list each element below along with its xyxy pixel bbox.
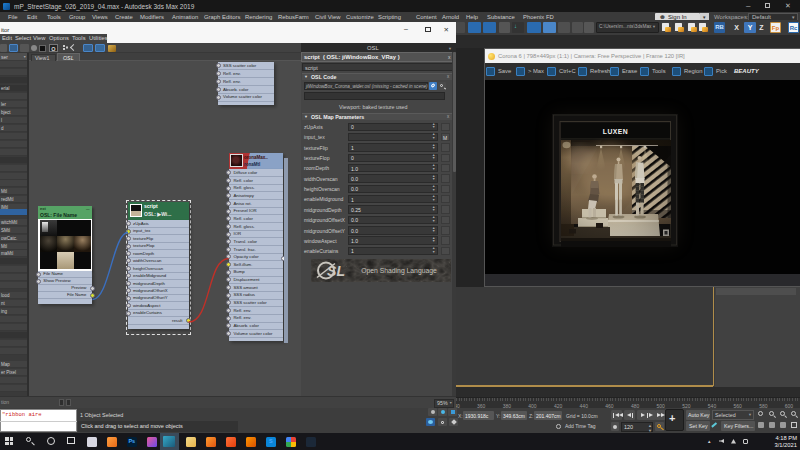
svg-text:LUXEN: LUXEN	[603, 128, 628, 135]
svg-text:SL: SL	[327, 263, 345, 279]
svg-text:Open Shading Language: Open Shading Language	[361, 267, 437, 275]
